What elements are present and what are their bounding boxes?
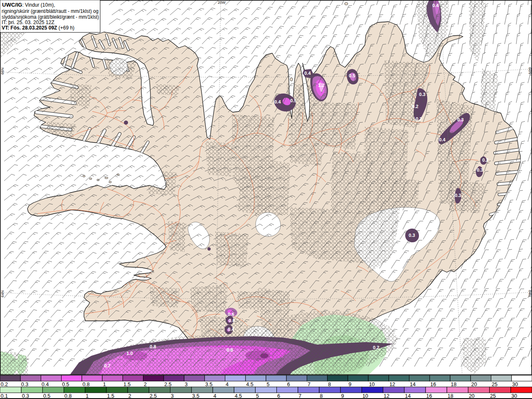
svg-text:1: 1 xyxy=(86,393,89,399)
svg-text:18: 18 xyxy=(451,382,457,387)
svg-text:0.4: 0.4 xyxy=(274,99,281,104)
svg-text:14: 14 xyxy=(410,382,416,387)
svg-text:rigning/skúrir (grænt/blátt/ra: rigning/skúrir (grænt/blátt/rautt - mm/1… xyxy=(2,8,99,14)
svg-text:6: 6 xyxy=(287,382,290,387)
svg-text:12: 12 xyxy=(384,393,389,399)
svg-text:4.5: 4.5 xyxy=(235,393,242,399)
svg-text:0.3: 0.3 xyxy=(22,393,29,399)
svg-text:1.0: 1.0 xyxy=(126,351,133,356)
svg-text:4.5: 4.5 xyxy=(246,382,253,387)
svg-text:0.2: 0.2 xyxy=(416,116,422,121)
svg-text:16: 16 xyxy=(430,382,436,387)
svg-text:9: 9 xyxy=(348,382,351,387)
svg-text:25: 25 xyxy=(492,382,498,387)
svg-text:2.5: 2.5 xyxy=(164,382,171,387)
svg-text:0.2: 0.2 xyxy=(412,104,418,109)
svg-text:VT: Fös. 28.03.2025 09Z (+69 h: VT: Fös. 28.03.2025 09Z (+69 h) xyxy=(2,25,74,31)
svg-text:30: 30 xyxy=(512,382,518,387)
svg-text:10: 10 xyxy=(369,382,375,387)
svg-text:1.2: 1.2 xyxy=(318,83,324,88)
svg-text:64N: 64N xyxy=(0,291,5,298)
svg-text:0.4: 0.4 xyxy=(432,3,439,8)
svg-text:0.5: 0.5 xyxy=(290,98,296,103)
svg-text:18: 18 xyxy=(448,393,453,399)
svg-text:0.8: 0.8 xyxy=(227,347,233,352)
svg-text:0.4: 0.4 xyxy=(439,137,446,142)
svg-text:20: 20 xyxy=(471,382,477,387)
svg-text:0.5: 0.5 xyxy=(62,382,69,387)
svg-text:UWC/IG: Vindur (10m),: UWC/IG: Vindur (10m), xyxy=(2,2,55,8)
svg-text:2.5: 2.5 xyxy=(150,393,157,399)
svg-text:IT: þri. 25. 03. 2025 12Z: IT: þri. 25. 03. 2025 12Z xyxy=(2,20,54,25)
svg-text:0.7: 0.7 xyxy=(104,363,110,368)
svg-text:20W: 20W xyxy=(218,0,226,5)
svg-text:12: 12 xyxy=(389,382,395,387)
svg-text:4: 4 xyxy=(226,382,229,387)
svg-text:2: 2 xyxy=(144,382,147,387)
svg-text:0.2: 0.2 xyxy=(482,158,488,163)
svg-text:20: 20 xyxy=(469,393,475,399)
svg-text:0.5: 0.5 xyxy=(43,393,50,399)
svg-text:0.8: 0.8 xyxy=(82,382,89,387)
svg-text:0.5: 0.5 xyxy=(349,73,355,78)
svg-text:0.1: 0.1 xyxy=(1,393,8,399)
svg-text:0.2: 0.2 xyxy=(1,382,8,387)
svg-text:5: 5 xyxy=(267,382,270,387)
svg-text:4: 4 xyxy=(214,393,217,399)
svg-text:0.8: 0.8 xyxy=(64,393,71,399)
svg-text:0.6: 0.6 xyxy=(229,318,235,323)
svg-text:1.5: 1.5 xyxy=(107,393,114,399)
svg-text:5: 5 xyxy=(256,393,259,399)
svg-text:0.4: 0.4 xyxy=(42,382,49,387)
svg-text:0.3: 0.3 xyxy=(477,167,483,172)
svg-text:10: 10 xyxy=(362,393,368,399)
svg-text:16: 16 xyxy=(426,393,432,399)
svg-text:0.4: 0.4 xyxy=(304,71,311,76)
svg-text:7: 7 xyxy=(308,382,310,387)
svg-text:7: 7 xyxy=(298,393,301,399)
svg-text:2: 2 xyxy=(128,393,131,399)
svg-text:1: 1 xyxy=(103,382,106,387)
svg-text:3.5: 3.5 xyxy=(205,382,212,387)
svg-text:3.5: 3.5 xyxy=(192,393,199,399)
svg-text:8: 8 xyxy=(320,393,323,399)
svg-text:30: 30 xyxy=(511,393,517,399)
svg-text:0.4: 0.4 xyxy=(228,327,234,332)
svg-text:25: 25 xyxy=(490,393,496,399)
svg-text:14: 14 xyxy=(405,393,411,399)
svg-text:0.3: 0.3 xyxy=(21,382,28,387)
svg-text:6: 6 xyxy=(277,393,280,399)
svg-text:66N: 66N xyxy=(0,68,5,75)
svg-text:0.3: 0.3 xyxy=(409,233,415,238)
svg-text:0.3: 0.3 xyxy=(457,117,463,122)
svg-text:0.6: 0.6 xyxy=(228,312,234,317)
svg-text:0.3: 0.3 xyxy=(419,92,425,97)
svg-text:9: 9 xyxy=(341,393,344,399)
svg-text:slydda/snjókoma (grátt/bleikt/: slydda/snjókoma (grátt/bleikt/grænt - mm… xyxy=(2,14,99,20)
svg-text:0.3: 0.3 xyxy=(455,193,461,198)
svg-text:3: 3 xyxy=(185,382,188,387)
svg-text:8: 8 xyxy=(328,382,331,387)
svg-text:3: 3 xyxy=(171,393,174,399)
svg-text:0.8: 0.8 xyxy=(150,344,156,349)
svg-text:1.5: 1.5 xyxy=(123,382,131,387)
svg-text:0.2: 0.2 xyxy=(373,345,379,350)
